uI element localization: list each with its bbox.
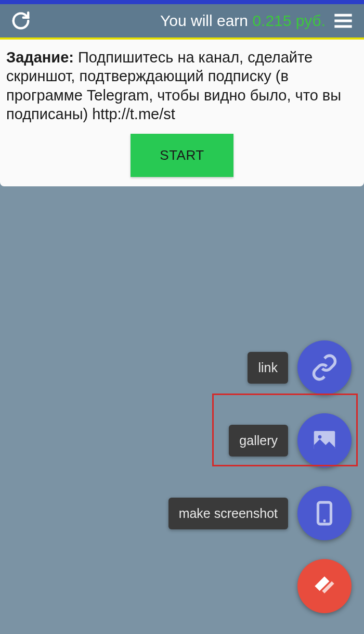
fab-main-row <box>297 559 352 613</box>
link-icon <box>311 354 338 381</box>
send-stack-icon <box>310 572 339 601</box>
hamburger-icon <box>333 10 354 31</box>
fab-screenshot-button[interactable] <box>297 486 352 540</box>
earn-text: You will earn 0.215 руб. <box>32 12 332 30</box>
menu-button[interactable] <box>332 9 355 32</box>
task-label: Задание: <box>6 49 74 66</box>
task-card: Задание: Подпишитесь на канал, сделайте … <box>0 40 364 186</box>
fab-gallery-button[interactable] <box>297 413 352 467</box>
gallery-icon <box>310 426 339 454</box>
start-button[interactable]: START <box>131 134 233 177</box>
svg-rect-1 <box>334 20 352 22</box>
fab-menu: link gallery make screenshot <box>168 340 352 613</box>
header-bar: You will earn 0.215 руб. <box>0 4 364 37</box>
fab-main-button[interactable] <box>297 559 352 613</box>
fab-link-label: link <box>248 352 288 384</box>
phone-icon <box>311 500 337 526</box>
svg-rect-0 <box>334 14 352 17</box>
status-bar <box>0 0 364 4</box>
fab-screenshot-label: make screenshot <box>168 498 288 529</box>
earn-amount: 0.215 руб. <box>252 12 326 29</box>
svg-rect-2 <box>334 25 352 28</box>
refresh-icon <box>11 11 31 31</box>
fab-screenshot-row: make screenshot <box>168 486 352 540</box>
fab-link-button[interactable] <box>297 340 352 395</box>
refresh-button[interactable] <box>9 9 32 32</box>
fab-link-row: link <box>248 340 352 395</box>
fab-gallery-row: gallery <box>229 413 352 467</box>
earn-prefix: You will earn <box>160 12 252 29</box>
task-description: Задание: Подпишитесь на канал, сделайте … <box>6 48 358 123</box>
svg-point-4 <box>318 435 322 439</box>
fab-gallery-label: gallery <box>229 425 288 457</box>
